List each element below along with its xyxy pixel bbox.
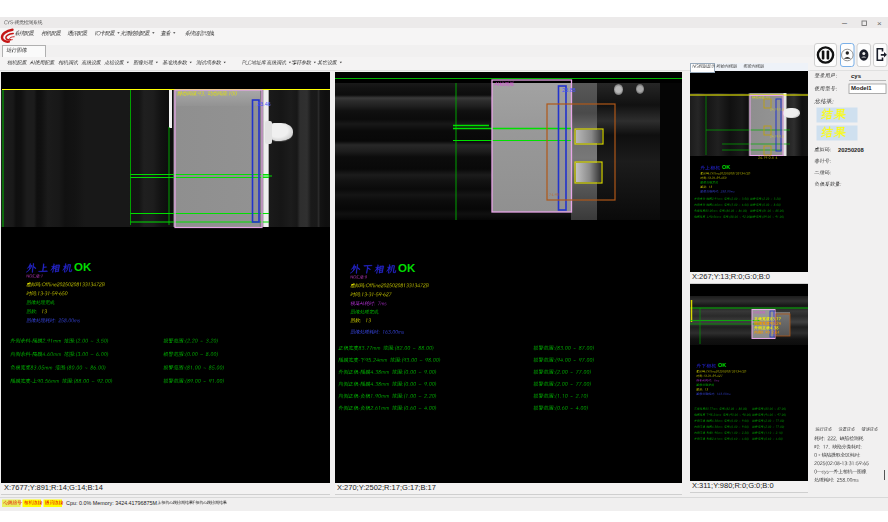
svg-text:OK: OK [718,362,726,368]
svg-text:20250208: 20250208 [838,147,865,153]
svg-text:X:270;Y:2502;R:17;G:17;B:17: X:270;Y:2502;R:17;G:17;B:17 [337,483,436,492]
svg-text:23.46: 23.46 [257,101,271,107]
svg-text:×: × [877,19,882,28]
svg-text:X:7677;Y:891;R:14;G:14;B:14: X:7677;Y:891;R:14;G:14;B:14 [4,483,103,492]
svg-text:OK: OK [722,164,730,170]
svg-text:–: – [842,18,847,28]
svg-text:Model1: Model1 [851,85,872,91]
svg-text:23.88: 23.88 [562,87,576,93]
svg-text:Cpu: 0.0% Memory: 3424.4179687: Cpu: 0.0% Memory: 3424.41796875M [66,500,158,506]
svg-text:OK: OK [398,262,416,274]
svg-text:X:267;Y:13;R:0;G:0;B:0: X:267;Y:13;R:0;G:0;B:0 [692,272,770,281]
svg-text:X:311;Y:980;R:0;G:0;B:0: X:311;Y:980;R:0;G:0;B:0 [692,481,774,490]
svg-text:cys: cys [851,73,862,79]
svg-text:OK: OK [74,261,92,273]
